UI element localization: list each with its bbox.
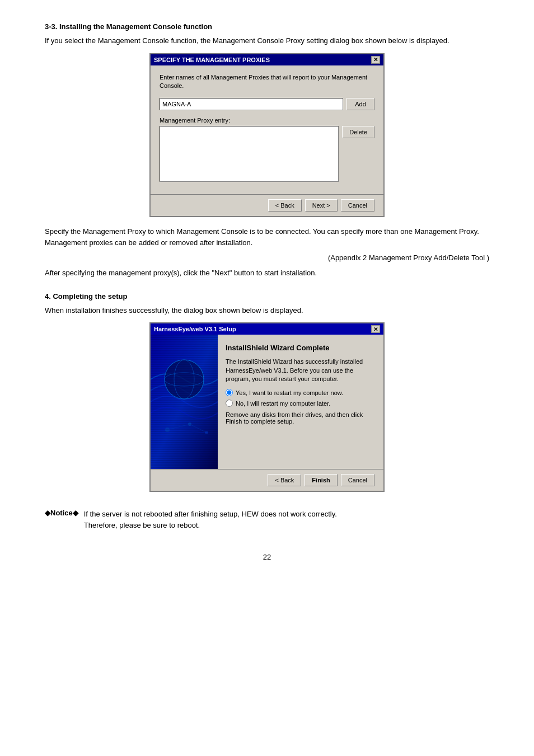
wizard-body: InstallShield Wizard Complete The Instal… (151, 335, 383, 469)
radio-yes-label: Yes, I want to restart my computer now. (236, 389, 343, 396)
cancel-button-2[interactable]: Cancel (341, 474, 374, 486)
appendix-text: (Appendix 2 Management Proxy Add/Delete … (45, 253, 489, 262)
dialog-management-proxies: SPECIFY THE MANAGEMENT PROXIES ✕ Enter n… (149, 53, 385, 218)
wizard-graphic-panel (151, 335, 218, 469)
section-title-4: 4. Completing the setup (45, 292, 489, 300)
page-number: 22 (45, 553, 489, 561)
list-label: Management Proxy entry: (160, 117, 374, 124)
wizard-text-1: The InstallShield Wizard has successfull… (226, 358, 376, 383)
dialog-titlebar-1: SPECIFY THE MANAGEMENT PROXIES ✕ (151, 54, 383, 65)
dialog-close-button-1[interactable]: ✕ (371, 56, 380, 64)
notice-section: ◆Notice◆ If the server is not rebooted a… (45, 509, 489, 530)
notice-line-2: Therefore, please be sure to reboot. (84, 520, 337, 531)
radio-option-yes: Yes, I want to restart my computer now. (226, 389, 376, 396)
svg-rect-12 (151, 335, 218, 469)
radio-option-no: No, I will restart my computer later. (226, 400, 376, 407)
dialog-body-1: Enter names of all Management Proxies th… (151, 65, 383, 195)
cancel-button-1[interactable]: Cancel (341, 199, 374, 212)
back-button-1[interactable]: < Back (268, 199, 302, 212)
list-container: Delete (160, 126, 374, 189)
dialog-box-1: SPECIFY THE MANAGEMENT PROXIES ✕ Enter n… (149, 53, 385, 218)
wizard-title: InstallShield Wizard Complete (226, 344, 376, 352)
radio-no[interactable] (226, 400, 233, 407)
radio-no-label: No, I will restart my computer later. (236, 400, 330, 407)
proxy-name-input[interactable] (160, 98, 343, 110)
dialog-title-text-2: HarnessEye/web V3.1 Setup (154, 326, 236, 332)
section-3-3: 3-3. Installing the Management Console f… (45, 22, 489, 279)
body-text-2: After specifying the management proxy(s)… (45, 267, 489, 279)
dialog-desc-1: Enter names of all Management Proxies th… (160, 73, 374, 91)
add-button[interactable]: Add (346, 98, 374, 110)
wizard-graphic-svg (151, 335, 218, 469)
section-intro-4: When installation finishes successfully,… (45, 305, 489, 316)
finish-button[interactable]: Finish (305, 474, 337, 486)
dialog-input-row: Add (160, 98, 374, 110)
section-intro-3-3: If you select the Management Console fun… (45, 35, 489, 46)
dialog-footer-1: < Back Next > Cancel (151, 194, 383, 216)
dialog-harnesseye: HarnessEye/web V3.1 Setup ✕ (149, 322, 385, 492)
body-text-1: Specify the Management Proxy to which Ma… (45, 226, 489, 248)
proxy-list[interactable] (160, 126, 339, 182)
radio-yes[interactable] (226, 389, 233, 396)
dialog-footer-2: < Back Finish Cancel (151, 469, 383, 491)
wizard-right-panel: InstallShield Wizard Complete The Instal… (218, 335, 383, 469)
section-4: 4. Completing the setup When installatio… (45, 292, 489, 492)
proxy-list-wrapper (160, 126, 339, 189)
delete-button[interactable]: Delete (342, 126, 374, 138)
dialog-close-button-2[interactable]: ✕ (371, 325, 380, 333)
notice-prefix: ◆Notice◆ (45, 509, 78, 517)
next-button-1[interactable]: Next > (305, 199, 338, 212)
wizard-footer-text: Remove any disks from their drives, and … (226, 411, 376, 425)
notice-line-1: If the server is not rebooted after fini… (84, 509, 337, 520)
dialog-title-text-1: SPECIFY THE MANAGEMENT PROXIES (154, 57, 270, 63)
dialog-box-2: HarnessEye/web V3.1 Setup ✕ (149, 322, 385, 492)
back-button-2[interactable]: < Back (268, 474, 301, 486)
section-title-3-3: 3-3. Installing the Management Console f… (45, 22, 489, 31)
notice-content: If the server is not rebooted after fini… (84, 509, 337, 530)
dialog-titlebar-2: HarnessEye/web V3.1 Setup ✕ (151, 323, 383, 335)
